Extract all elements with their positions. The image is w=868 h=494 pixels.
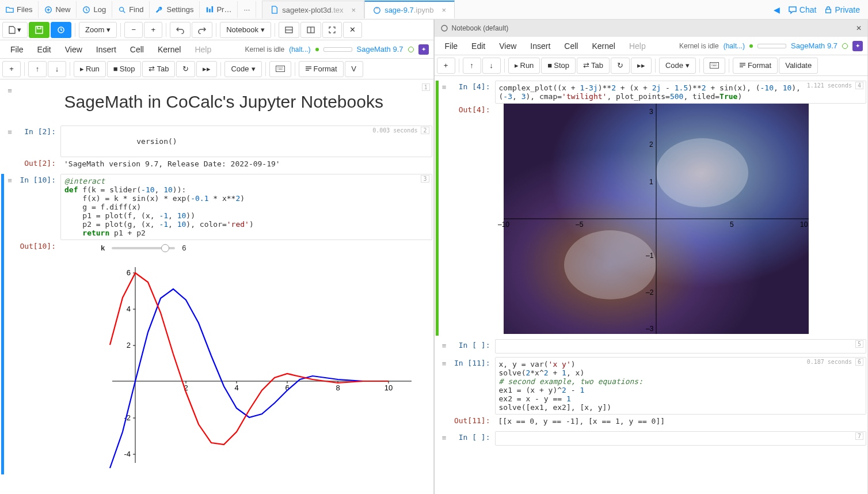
- svg-text:–2: –2: [646, 288, 654, 297]
- right-toolbar2: + ↑ ↓ ▸ Run ■ Stop ⇄ Tab ↻ ▸▸ Code ▾ For…: [435, 55, 868, 76]
- move-up-button[interactable]: ↑: [28, 61, 47, 77]
- validate-button[interactable]: Validate: [779, 58, 818, 74]
- stop-label: Stop: [554, 61, 569, 70]
- split-v-button[interactable]: [300, 22, 321, 38]
- cell-drag-icon[interactable]: ≡: [439, 339, 450, 354]
- code-input[interactable]: 1.121 seconds 4complex_plot((x + 1-3j)**…: [495, 81, 867, 104]
- more-button[interactable]: ···: [238, 1, 256, 18]
- restart-button[interactable]: ↻: [176, 61, 195, 77]
- menu-view[interactable]: View: [59, 42, 88, 57]
- slider[interactable]: [112, 247, 175, 249]
- right-notebook-body[interactable]: ≡ In [4]: 1.121 seconds 4complex_plot((x…: [435, 76, 868, 494]
- close-icon[interactable]: ×: [441, 6, 446, 14]
- cell-drag-icon[interactable]: ≡: [4, 84, 16, 122]
- zoom-in-button[interactable]: +: [144, 22, 162, 38]
- menu-file[interactable]: File: [5, 42, 29, 57]
- processes-button[interactable]: Pr…: [200, 1, 238, 18]
- tab-sagetex[interactable]: sagetex-plot3d.tex ×: [262, 1, 364, 18]
- save-button[interactable]: [29, 22, 50, 38]
- insert-cell-button[interactable]: +: [2, 61, 21, 77]
- cell-drag-icon[interactable]: ≡: [4, 174, 16, 474]
- menu-help[interactable]: Help: [623, 39, 652, 54]
- caret-left-icon[interactable]: ◀: [774, 5, 780, 14]
- close-icon[interactable]: ✕: [856, 24, 862, 32]
- cell-drag-icon[interactable]: ≡: [4, 126, 16, 170]
- files-button[interactable]: Files: [0, 1, 39, 18]
- cell-drag-icon[interactable]: ≡: [439, 357, 450, 428]
- celltype-dropdown[interactable]: Code ▾: [659, 58, 696, 74]
- run-all-button[interactable]: ▸▸: [631, 58, 652, 74]
- new-button[interactable]: New: [39, 1, 77, 18]
- split-h-button[interactable]: [279, 22, 299, 38]
- fullscreen-button[interactable]: [322, 22, 342, 38]
- move-down-button[interactable]: ↓: [48, 61, 66, 77]
- run-label: Run: [86, 64, 100, 73]
- menu-kernel[interactable]: Kernel: [586, 39, 620, 54]
- format-button[interactable]: Format: [733, 58, 778, 74]
- find-button[interactable]: Find: [112, 1, 150, 18]
- run-button[interactable]: ▸ Run: [74, 61, 106, 77]
- tab-sage97[interactable]: sage-9.7.ipynb ×: [364, 1, 455, 18]
- tab-button[interactable]: ⇄ Tab: [577, 58, 610, 74]
- timetravel-button[interactable]: [51, 22, 71, 38]
- out-prompt: Out[4]:: [450, 104, 495, 336]
- menu-file[interactable]: File: [439, 39, 464, 54]
- log-button[interactable]: Log: [77, 1, 112, 18]
- undo-button[interactable]: [170, 22, 191, 38]
- menu-help[interactable]: Help: [189, 42, 217, 57]
- menu-view[interactable]: View: [493, 39, 522, 54]
- code-cell-empty-5[interactable]: ≡ In [ ]: 5: [436, 339, 867, 354]
- restart-button[interactable]: ↻: [611, 58, 630, 74]
- notebook-dropdown[interactable]: Notebook ▾: [220, 22, 271, 38]
- redo-button[interactable]: [192, 22, 212, 38]
- kernel-halt-button[interactable]: (halt...): [289, 45, 310, 54]
- markdown-cell[interactable]: ≡ 1 SageMath in CoCalc's Jupyter Noteboo…: [1, 84, 432, 122]
- kernel-halt-button[interactable]: (halt...): [724, 42, 745, 50]
- slider-thumb[interactable]: [161, 244, 169, 252]
- validate-button[interactable]: V: [345, 61, 363, 77]
- code-input[interactable]: 0.187 seconds 6x, y = var('x y') solve(2…: [495, 357, 867, 415]
- in-prompt: In [2]:: [16, 126, 60, 157]
- new-doc-button[interactable]: ▾: [2, 22, 28, 38]
- code-cell-4[interactable]: ≡ In [4]: 1.121 seconds 4complex_plot((x…: [436, 81, 867, 336]
- code-input[interactable]: 3@interact def f(k = slider(-10, 10)): f…: [60, 174, 432, 240]
- cell-drag-icon[interactable]: ≡: [439, 431, 450, 446]
- menu-cell[interactable]: Cell: [558, 39, 584, 54]
- code-cell-10[interactable]: ≡ In [10]: 3@interact def f(k = slider(-…: [1, 174, 432, 474]
- left-notebook-body[interactable]: ≡ 1 SageMath in CoCalc's Jupyter Noteboo…: [0, 79, 433, 494]
- insert-cell-button[interactable]: +: [437, 58, 455, 74]
- zoom-out-button[interactable]: −: [124, 22, 143, 38]
- code-input[interactable]: 5: [495, 339, 867, 354]
- menu-insert[interactable]: Insert: [524, 39, 556, 54]
- code-cell-empty-7[interactable]: ≡ In [ ]: 7: [436, 431, 867, 446]
- stop-button[interactable]: ■ Stop: [107, 61, 142, 77]
- menu-edit[interactable]: Edit: [466, 39, 491, 54]
- kernel-name[interactable]: SageMath 9.7: [357, 45, 403, 54]
- celltype-dropdown[interactable]: Code ▾: [224, 61, 261, 77]
- close-pane-button[interactable]: ✕: [343, 22, 362, 38]
- kernel-name[interactable]: SageMath 9.7: [791, 41, 837, 50]
- format-button[interactable]: Format: [299, 61, 344, 77]
- menu-cell[interactable]: Cell: [124, 42, 150, 57]
- chat-button[interactable]: Chat: [788, 5, 817, 14]
- code-input[interactable]: 0.003 seconds 2version(): [60, 126, 432, 157]
- move-down-button[interactable]: ↓: [482, 58, 501, 74]
- move-up-button[interactable]: ↑: [463, 58, 481, 74]
- menu-kernel[interactable]: Kernel: [152, 42, 186, 57]
- run-button[interactable]: ▸ Run: [508, 58, 540, 74]
- code-cell-11[interactable]: ≡ In [11]: 0.187 seconds 6x, y = var('x …: [436, 357, 867, 428]
- code-input[interactable]: 7: [495, 431, 867, 446]
- tab-button[interactable]: ⇄ Tab: [142, 61, 175, 77]
- close-icon[interactable]: ×: [352, 6, 356, 14]
- menu-edit[interactable]: Edit: [32, 42, 57, 57]
- run-all-button[interactable]: ▸▸: [196, 61, 217, 77]
- zoom-button[interactable]: Zoom ▾: [79, 22, 117, 38]
- settings-button[interactable]: Settings: [150, 1, 200, 18]
- private-button[interactable]: Private: [824, 5, 860, 14]
- menu-insert[interactable]: Insert: [90, 42, 122, 57]
- stop-button[interactable]: ■ Stop: [541, 58, 576, 74]
- code-cell-2[interactable]: ≡ In [2]: 0.003 seconds 2version() Out[2…: [1, 126, 432, 170]
- cell-drag-icon[interactable]: ≡: [439, 81, 450, 336]
- keyboard-button[interactable]: [269, 61, 291, 77]
- keyboard-button[interactable]: [703, 58, 725, 74]
